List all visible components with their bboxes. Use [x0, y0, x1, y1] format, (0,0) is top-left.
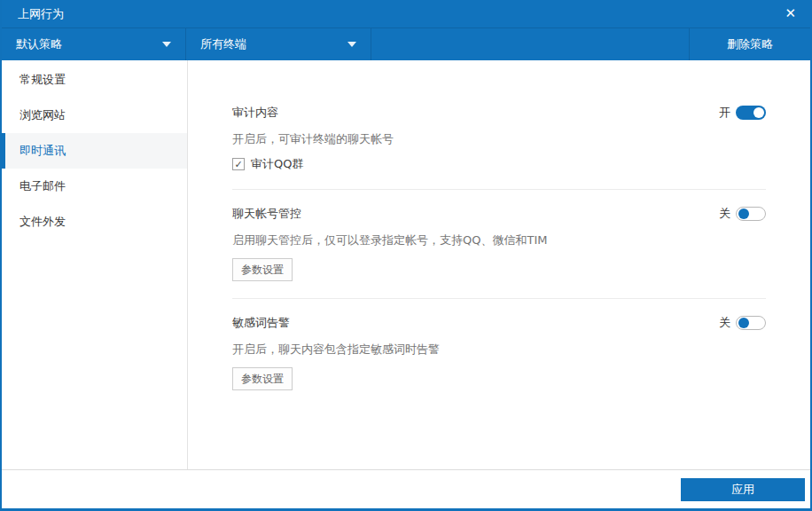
- content-panel: 审计内容 开 开启后，可审计终端的聊天帐号 ✓ 审计QQ群 聊天帐号管控: [188, 60, 810, 469]
- toggle-state-label: 开: [719, 105, 730, 121]
- sidebar-item-file-outgoing[interactable]: 文件外发: [2, 204, 187, 240]
- sidebar: 常规设置 浏览网站 即时通讯 电子邮件 文件外发: [2, 60, 188, 469]
- toggle-knob: [753, 107, 764, 118]
- section-title: 聊天帐号管控: [232, 206, 301, 222]
- sidebar-item-email[interactable]: 电子邮件: [2, 169, 187, 204]
- footer-bar: 应用: [2, 469, 810, 508]
- section-chat-account-control: 聊天帐号管控 关 启用聊天管控后，仅可以登录指定帐号，支持QQ、微信和TIM 参…: [232, 206, 766, 281]
- section-divider: [232, 298, 766, 299]
- section-title: 审计内容: [232, 105, 278, 121]
- policy-dropdown-value: 默认策略: [16, 36, 62, 52]
- section-divider: [232, 189, 766, 190]
- close-icon[interactable]: ✕: [785, 7, 796, 20]
- section-title: 敏感词告警: [232, 315, 290, 331]
- sensitive-word-alert-toggle[interactable]: [736, 316, 766, 330]
- section-header: 审计内容 开: [232, 105, 766, 121]
- audit-content-toggle[interactable]: [736, 106, 766, 120]
- policy-dropdown[interactable]: 默认策略: [2, 28, 186, 60]
- terminal-dropdown-value: 所有终端: [200, 36, 246, 52]
- audit-qq-group-checkbox-row[interactable]: ✓ 审计QQ群: [232, 156, 766, 172]
- internet-behavior-window: 上网行为 ✕ 默认策略 所有终端 删除策略 常规设置 浏览网站 即时通讯 电子邮…: [0, 0, 812, 511]
- terminal-dropdown[interactable]: 所有终端: [186, 28, 371, 60]
- toggle-state-label: 关: [719, 315, 730, 331]
- chevron-down-icon: [347, 42, 356, 47]
- sidebar-item-instant-messaging[interactable]: 即时通讯: [2, 133, 187, 169]
- parameter-settings-button[interactable]: 参数设置: [232, 258, 293, 281]
- section-description: 启用聊天管控后，仅可以登录指定帐号，支持QQ、微信和TIM: [232, 232, 766, 248]
- section-header: 敏感词告警 关: [232, 315, 766, 331]
- toggle-knob: [738, 208, 749, 219]
- sidebar-item-web-browsing[interactable]: 浏览网站: [2, 98, 187, 133]
- window-title: 上网行为: [18, 6, 64, 22]
- checkbox-checked-icon[interactable]: ✓: [232, 158, 245, 170]
- section-sensitive-word-alert: 敏感词告警 关 开启后，聊天内容包含指定敏感词时告警 参数设置: [232, 315, 766, 390]
- header-spacer: [371, 28, 690, 60]
- toggle-state-label: 关: [719, 206, 730, 222]
- toggle-knob: [738, 318, 749, 328]
- chat-account-control-toggle[interactable]: [736, 207, 766, 221]
- delete-policy-label: 删除策略: [727, 36, 773, 52]
- section-description: 开启后，聊天内容包含指定敏感词时告警: [232, 342, 766, 358]
- apply-button[interactable]: 应用: [681, 478, 805, 501]
- chevron-down-icon: [162, 42, 171, 47]
- toggle-group: 开: [719, 105, 766, 121]
- section-audit-content: 审计内容 开 开启后，可审计终端的聊天帐号 ✓ 审计QQ群: [232, 105, 766, 172]
- section-description: 开启后，可审计终端的聊天帐号: [232, 131, 766, 147]
- section-header: 聊天帐号管控 关: [232, 206, 766, 222]
- toggle-group: 关: [719, 206, 766, 222]
- parameter-settings-button[interactable]: 参数设置: [232, 367, 293, 390]
- delete-policy-button[interactable]: 删除策略: [690, 28, 810, 60]
- checkbox-label: 审计QQ群: [251, 156, 303, 172]
- titlebar: 上网行为 ✕: [2, 0, 810, 28]
- sidebar-item-general-settings[interactable]: 常规设置: [2, 62, 187, 98]
- policy-header-bar: 默认策略 所有终端 删除策略: [2, 28, 810, 60]
- main-area: 常规设置 浏览网站 即时通讯 电子邮件 文件外发 审计内容 开 开启后，可审计终…: [2, 60, 810, 469]
- toggle-group: 关: [719, 315, 766, 331]
